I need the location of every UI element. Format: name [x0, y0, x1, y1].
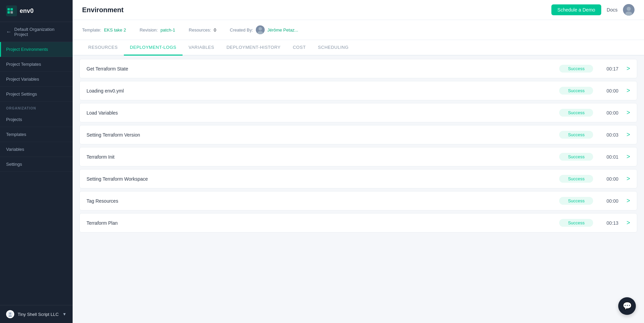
log-duration: 00:00: [601, 176, 618, 182]
resources-info: Resources: 0: [189, 27, 216, 33]
main-content: Environment Schedule a Demo Docs Templat…: [73, 0, 644, 323]
log-row[interactable]: Setting Terraform Workspace Success 00:0…: [79, 169, 637, 188]
template-value[interactable]: EKS take 2: [104, 27, 126, 33]
log-row[interactable]: Get Terraform State Success 00:17 >: [79, 59, 637, 78]
org-footer[interactable]: Tiny Shell Script LLC ▼: [0, 305, 73, 323]
tab-deployment-logs[interactable]: DEPLOYMENT-LOGS: [124, 40, 183, 56]
chevron-right-icon: >: [626, 197, 630, 204]
resources-label: Resources:: [189, 27, 211, 33]
sidebar-item-label: Variables: [6, 147, 24, 152]
created-by-info: Created By: Jérôme Petaz...: [230, 25, 298, 34]
sidebar-item-label: Project Settings: [6, 92, 37, 97]
tab-deployment-history[interactable]: DEPLOYMENT-HISTORY: [220, 40, 287, 56]
tab-resources[interactable]: RESOURCES: [82, 40, 124, 56]
log-row-right: Success 00:00 >: [559, 87, 630, 95]
template-info: Template: EKS take 2: [82, 27, 126, 33]
resources-value: 0: [214, 27, 216, 33]
template-label: Template:: [82, 27, 101, 33]
tabs-bar: RESOURCES DEPLOYMENT-LOGS VARIABLES DEPL…: [73, 40, 644, 56]
back-arrow-icon: ←: [6, 29, 12, 35]
log-row[interactable]: Terraform Plan Success 00:13 >: [79, 213, 637, 233]
log-row-right: Success 00:17 >: [559, 65, 630, 73]
svg-rect-4: [11, 11, 13, 14]
log-name: Loading env0.yml: [87, 88, 124, 94]
log-row[interactable]: Loading env0.yml Success 00:00 >: [79, 81, 637, 100]
revision-label: Revision:: [139, 27, 157, 33]
org-section-label: ORGANIZATION: [0, 102, 73, 112]
sidebar: env0 ← Default Organization Project Proj…: [0, 0, 73, 323]
tab-scheduling[interactable]: SCHEDULING: [312, 40, 355, 56]
log-row[interactable]: Load Variables Success 00:00 >: [79, 103, 637, 122]
log-row-right: Success 00:01 >: [559, 153, 630, 161]
log-name: Tag Resources: [87, 198, 118, 204]
sidebar-back-label: Default Organization Project: [14, 27, 67, 37]
svg-point-12: [259, 27, 262, 31]
page-title: Environment: [82, 6, 124, 14]
log-duration: 00:00: [601, 88, 618, 94]
log-duration: 00:03: [601, 132, 618, 138]
user-avatar[interactable]: [623, 4, 634, 16]
org-avatar: [6, 310, 14, 318]
sidebar-item-label: Project Environments: [6, 47, 48, 52]
chevron-right-icon: >: [626, 87, 630, 94]
tab-cost[interactable]: COST: [287, 40, 312, 56]
created-by-label: Created By:: [230, 27, 253, 33]
log-name: Setting Terraform Workspace: [87, 176, 148, 182]
log-row[interactable]: Tag Resources Success 00:00 >: [79, 191, 637, 210]
org-footer-left: Tiny Shell Script LLC: [6, 310, 59, 318]
sidebar-item-label: Settings: [6, 162, 22, 167]
svg-rect-0: [6, 5, 17, 16]
svg-point-6: [9, 312, 11, 315]
revision-info: Revision: patch-1: [139, 27, 175, 33]
log-name: Setting Terraform Version: [87, 132, 140, 138]
header-right: Schedule a Demo Docs: [551, 4, 634, 16]
sidebar-item-project-variables[interactable]: Project Variables: [0, 72, 73, 87]
sidebar-item-project-settings[interactable]: Project Settings: [0, 87, 73, 102]
log-row-right: Success 00:13 >: [559, 219, 630, 227]
log-duration: 00:17: [601, 66, 618, 72]
status-badge: Success: [559, 153, 593, 161]
sidebar-item-project-templates[interactable]: Project Templates: [0, 57, 73, 72]
log-duration: 00:13: [601, 220, 618, 226]
top-header: Environment Schedule a Demo Docs: [73, 0, 644, 20]
chevron-right-icon: >: [626, 219, 630, 226]
sidebar-logo: env0: [0, 0, 73, 22]
tab-variables[interactable]: VARIABLES: [183, 40, 221, 56]
chevron-right-icon: >: [626, 131, 630, 138]
status-badge: Success: [559, 109, 593, 117]
chevron-right-icon: >: [626, 65, 630, 72]
docs-link[interactable]: Docs: [607, 7, 618, 13]
status-badge: Success: [559, 219, 593, 227]
sidebar-item-projects[interactable]: Projects: [0, 112, 73, 127]
sidebar-back-item[interactable]: ← Default Organization Project: [0, 22, 73, 42]
status-badge: Success: [559, 197, 593, 205]
log-duration: 00:00: [601, 198, 618, 204]
status-badge: Success: [559, 175, 593, 183]
sidebar-item-project-environments[interactable]: Project Environments: [0, 42, 73, 57]
log-row-right: Success 00:03 >: [559, 131, 630, 139]
svg-rect-1: [7, 8, 10, 11]
log-row-right: Success 00:00 >: [559, 175, 630, 183]
log-name: Load Variables: [87, 110, 118, 116]
sidebar-item-templates[interactable]: Templates: [0, 127, 73, 142]
sidebar-item-settings[interactable]: Settings: [0, 157, 73, 172]
log-name: Terraform Init: [87, 154, 114, 160]
env-info-bar: Template: EKS take 2 Revision: patch-1 R…: [73, 20, 644, 40]
log-row[interactable]: Setting Terraform Version Success 00:03 …: [79, 125, 637, 144]
chat-bubble-button[interactable]: 💬: [618, 297, 636, 315]
sidebar-item-label: Projects: [6, 117, 22, 122]
schedule-demo-button[interactable]: Schedule a Demo: [551, 4, 601, 15]
status-badge: Success: [559, 87, 593, 95]
sidebar-item-variables[interactable]: Variables: [0, 142, 73, 157]
status-badge: Success: [559, 131, 593, 139]
chevron-right-icon: >: [626, 109, 630, 116]
log-name: Terraform Plan: [87, 220, 118, 226]
project-nav-section: Project Environments Project Templates P…: [0, 42, 73, 102]
created-by-value[interactable]: Jérôme Petaz...: [267, 27, 298, 33]
log-row-right: Success 00:00 >: [559, 197, 630, 205]
chevron-right-icon: >: [626, 153, 630, 160]
revision-value[interactable]: patch-1: [160, 27, 175, 33]
chevron-right-icon: >: [626, 175, 630, 182]
log-row[interactable]: Terraform Init Success 00:01 >: [79, 147, 637, 166]
svg-point-9: [627, 7, 631, 11]
